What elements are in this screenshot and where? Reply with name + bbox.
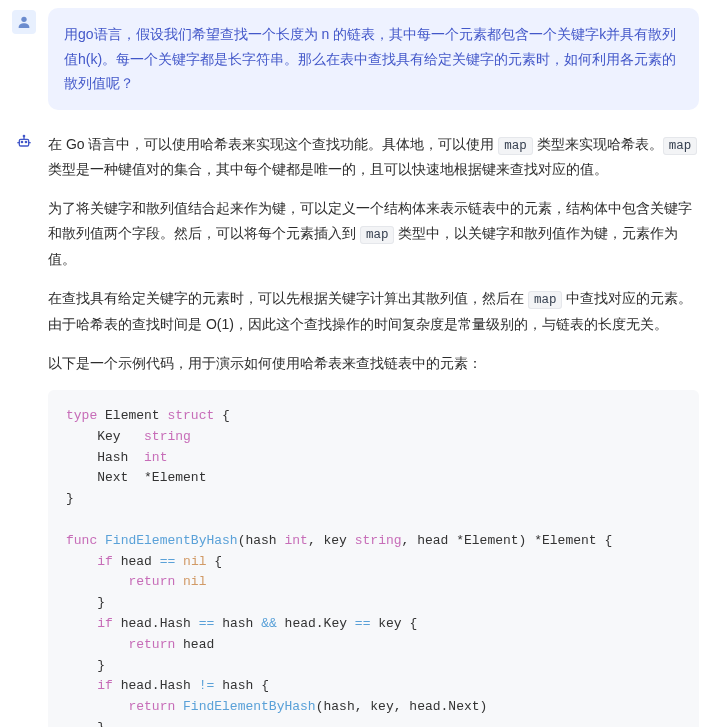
text: 在查找具有给定关键字的元素时，可以先根据关键字计算出其散列值，然后在 [48,290,528,306]
user-avatar-icon [12,10,36,34]
keyword: func [66,533,97,548]
field: Next [448,699,479,714]
keyword: struct [167,408,214,423]
inline-code: map [360,226,395,244]
svg-rect-1 [19,139,28,146]
user-message: 用go语言，假设我们希望查找一个长度为 n 的链表，其中每一个元素都包含一个关键… [0,0,719,120]
code-block[interactable]: type Element struct { Key string Hash in… [48,390,699,727]
nil: nil [183,554,206,569]
ident: head [121,554,152,569]
assistant-message-content: 在 Go 语言中，可以使用哈希表来实现这个查找功能。具体地，可以使用 map 类… [48,128,699,728]
ident: head [183,637,214,652]
text: 类型是一种键值对的集合，其中每个键都是唯一的，且可以快速地根据键来查找对应的值。 [48,161,608,177]
ident: head [121,678,152,693]
ident: head [121,616,152,631]
op: == [199,616,215,631]
identifier: Element [105,408,160,423]
inline-code: map [663,137,698,155]
field: Key [324,616,347,631]
assistant-paragraph: 以下是一个示例代码，用于演示如何使用哈希表来查找链表中的元素： [48,351,699,376]
ident: hash [323,699,354,714]
user-message-bubble[interactable]: 用go语言，假设我们希望查找一个长度为 n 的链表，其中每一个元素都包含一个关键… [48,8,699,110]
keyword: if [97,554,113,569]
text: 在 Go 语言中，可以使用哈希表来实现这个查找功能。具体地，可以使用 [48,136,498,152]
field: Hash [97,450,128,465]
op: != [199,678,215,693]
type: int [285,533,308,548]
op: && [261,616,277,631]
ident: key [370,699,393,714]
field: Hash [160,678,191,693]
ident: key [378,616,401,631]
field: Key [97,429,120,444]
svg-point-0 [21,17,26,22]
keyword: if [97,616,113,631]
nil: nil [183,574,206,589]
type: int [144,450,167,465]
ident: head [285,616,316,631]
user-message-text: 用go语言，假设我们希望查找一个长度为 n 的链表，其中每一个元素都包含一个关键… [64,26,676,91]
keyword: return [128,574,175,589]
svg-point-5 [23,135,24,136]
svg-point-7 [25,141,26,142]
type: Element [464,533,519,548]
keyword: type [66,408,97,423]
field: Next [97,470,128,485]
type: string [144,429,191,444]
type: string [355,533,402,548]
param: key [324,533,347,548]
type: Element [152,470,207,485]
text: 类型来实现哈希表。 [533,136,663,152]
ident: hash [222,678,253,693]
ident: head [409,699,440,714]
op: == [355,616,371,631]
ident: hash [222,616,253,631]
keyword: if [97,678,113,693]
func-name: FindElementByHash [183,699,316,714]
inline-code: map [498,137,533,155]
inline-code: map [528,291,563,309]
assistant-paragraph: 为了将关键字和散列值结合起来作为键，可以定义一个结构体来表示链表中的元素，结构体… [48,196,699,272]
assistant-avatar-icon [12,130,36,154]
assistant-paragraph: 在 Go 语言中，可以使用哈希表来实现这个查找功能。具体地，可以使用 map 类… [48,132,699,183]
func-name: FindElementByHash [105,533,238,548]
field: Hash [160,616,191,631]
type: Element [542,533,597,548]
param: head [417,533,448,548]
keyword: return [128,699,175,714]
keyword: return [128,637,175,652]
svg-point-6 [21,141,22,142]
assistant-message: 在 Go 语言中，可以使用哈希表来实现这个查找功能。具体地，可以使用 map 类… [0,120,719,728]
param: hash [245,533,276,548]
op: == [160,554,176,569]
assistant-paragraph: 在查找具有给定关键字的元素时，可以先根据关键字计算出其散列值，然后在 map 中… [48,286,699,337]
